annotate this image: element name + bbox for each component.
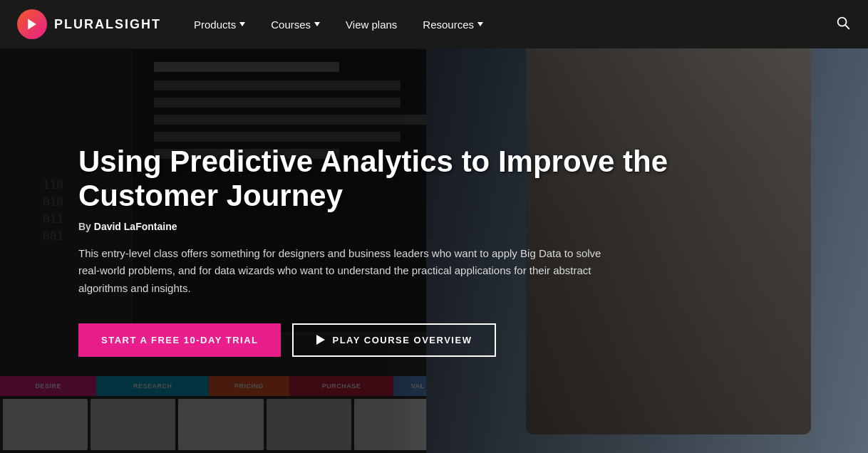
course-description: This entry-level class offers something …	[78, 245, 613, 298]
hero-content: Using Predictive Analytics to Improve th…	[0, 48, 868, 453]
chevron-down-icon	[314, 22, 320, 26]
course-title: Using Predictive Analytics to Improve th…	[78, 145, 720, 214]
play-overview-button[interactable]: PLAY COURSE OVERVIEW	[292, 323, 496, 357]
course-author: By David LaFontaine	[78, 221, 868, 232]
nav-resources-label: Resources	[423, 19, 474, 31]
nav-item-viewplans[interactable]: View plans	[336, 13, 407, 36]
cta-buttons: START A FREE 10-DAY TRIAL PLAY COURSE OV…	[78, 323, 868, 357]
pluralsight-logo-icon	[17, 9, 47, 39]
play-icon	[25, 17, 39, 31]
trial-button[interactable]: START A FREE 10-DAY TRIAL	[78, 323, 281, 357]
nav-products-label: Products	[194, 19, 236, 31]
search-icon	[835, 15, 851, 31]
play-overview-label: PLAY COURSE OVERVIEW	[332, 335, 472, 345]
chevron-down-icon	[477, 22, 483, 26]
chevron-down-icon	[239, 22, 245, 26]
author-prefix: By	[78, 221, 94, 232]
svg-line-2	[845, 25, 849, 28]
author-name: David LaFontaine	[94, 221, 177, 232]
svg-marker-0	[28, 19, 36, 30]
nav-courses-label: Courses	[271, 19, 311, 31]
nav-item-resources[interactable]: Resources	[413, 13, 493, 36]
hero-section: 110010011001 DESIRE RESEARCH PRICING PUR…	[0, 0, 868, 453]
logo-text: PLURALSIGHT	[54, 17, 161, 32]
nav-viewplans-label: View plans	[346, 19, 397, 31]
nav-item-products[interactable]: Products	[184, 13, 255, 36]
nav-links: Products Courses View plans Resources	[184, 13, 835, 36]
nav-item-courses[interactable]: Courses	[261, 13, 330, 36]
search-button[interactable]	[835, 15, 851, 33]
play-triangle-icon	[316, 335, 325, 345]
main-nav: PLURALSIGHT Products Courses View plans …	[0, 0, 868, 48]
logo-area[interactable]: PLURALSIGHT	[17, 9, 161, 39]
